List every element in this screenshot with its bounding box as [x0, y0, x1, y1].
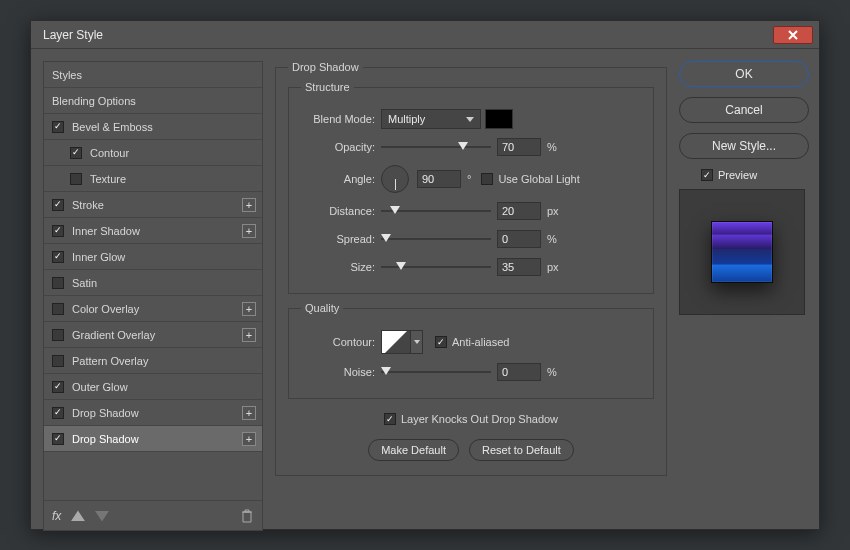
- blend-mode-select[interactable]: Multiply: [381, 109, 481, 129]
- opacity-label: Opacity:: [301, 141, 381, 153]
- contour-dropdown[interactable]: [411, 330, 423, 354]
- noise-slider[interactable]: [381, 365, 491, 379]
- size-input[interactable]: 35: [497, 258, 541, 276]
- checkbox-icon[interactable]: [70, 147, 82, 159]
- titlebar: Layer Style: [31, 21, 819, 49]
- quality-legend: Quality: [301, 302, 343, 314]
- checkbox-icon[interactable]: [52, 433, 64, 445]
- down-arrow-icon[interactable]: [95, 509, 109, 523]
- shadow-color-swatch[interactable]: [485, 109, 513, 129]
- quality-fieldset: Quality Contour: Anti-aliased Noise:: [288, 302, 654, 399]
- opacity-input[interactable]: 70: [497, 138, 541, 156]
- preview-label: Preview: [718, 169, 757, 181]
- blend-mode-label: Blend Mode:: [301, 113, 381, 125]
- panel-title: Drop Shadow: [288, 61, 363, 73]
- settings-panel: Drop Shadow Structure Blend Mode: Multip…: [275, 61, 667, 484]
- styles-header[interactable]: Styles: [44, 62, 262, 88]
- knockout-checkbox[interactable]: [384, 413, 396, 425]
- dialog-title: Layer Style: [43, 28, 773, 42]
- noise-input[interactable]: 0: [497, 363, 541, 381]
- style-item-gradient-overlay[interactable]: Gradient Overlay+: [44, 322, 262, 348]
- style-item-outer-glow[interactable]: Outer Glow: [44, 374, 262, 400]
- contour-label: Contour:: [301, 336, 381, 348]
- distance-slider[interactable]: [381, 204, 491, 218]
- checkbox-icon[interactable]: [52, 251, 64, 263]
- global-light-checkbox[interactable]: [481, 173, 493, 185]
- add-icon[interactable]: +: [242, 224, 256, 238]
- checkbox-icon[interactable]: [52, 121, 64, 133]
- size-slider[interactable]: [381, 260, 491, 274]
- preview-pane: [679, 189, 805, 315]
- style-item-stroke[interactable]: Stroke+: [44, 192, 262, 218]
- checkbox-icon[interactable]: [52, 277, 64, 289]
- structure-legend: Structure: [301, 81, 354, 93]
- checkbox-icon[interactable]: [52, 303, 64, 315]
- distance-input[interactable]: 20: [497, 202, 541, 220]
- style-item-satin[interactable]: Satin: [44, 270, 262, 296]
- checkbox-icon[interactable]: [52, 381, 64, 393]
- add-icon[interactable]: +: [242, 406, 256, 420]
- checkbox-icon[interactable]: [52, 329, 64, 341]
- spread-slider[interactable]: [381, 232, 491, 246]
- style-item-inner-shadow[interactable]: Inner Shadow+: [44, 218, 262, 244]
- styles-footer: fx: [44, 500, 262, 530]
- layer-style-dialog: Layer Style Styles Blending Options Beve…: [30, 20, 820, 530]
- add-icon[interactable]: +: [242, 328, 256, 342]
- checkbox-icon[interactable]: [52, 225, 64, 237]
- add-icon[interactable]: +: [242, 198, 256, 212]
- structure-fieldset: Structure Blend Mode: Multiply Opacity: …: [288, 81, 654, 294]
- angle-label: Angle:: [301, 173, 381, 185]
- checkbox-icon[interactable]: [52, 199, 64, 211]
- reset-default-button[interactable]: Reset to Default: [469, 439, 574, 461]
- style-item-contour[interactable]: Contour: [44, 140, 262, 166]
- style-item-color-overlay[interactable]: Color Overlay+: [44, 296, 262, 322]
- up-arrow-icon[interactable]: [71, 509, 85, 523]
- antialias-label: Anti-aliased: [452, 336, 509, 348]
- close-button[interactable]: [773, 26, 813, 44]
- global-light-label: Use Global Light: [498, 173, 579, 185]
- style-item-inner-glow[interactable]: Inner Glow: [44, 244, 262, 270]
- style-item-bevel[interactable]: Bevel & Emboss: [44, 114, 262, 140]
- style-item-pattern-overlay[interactable]: Pattern Overlay: [44, 348, 262, 374]
- angle-dial[interactable]: [381, 165, 409, 193]
- style-item-drop-shadow-1[interactable]: Drop Shadow+: [44, 400, 262, 426]
- knockout-label: Layer Knocks Out Drop Shadow: [401, 413, 558, 425]
- spread-input[interactable]: 0: [497, 230, 541, 248]
- angle-input[interactable]: 90: [417, 170, 461, 188]
- size-label: Size:: [301, 261, 381, 273]
- opacity-slider[interactable]: [381, 140, 491, 154]
- make-default-button[interactable]: Make Default: [368, 439, 459, 461]
- drop-shadow-fieldset: Drop Shadow Structure Blend Mode: Multip…: [275, 61, 667, 476]
- add-icon[interactable]: +: [242, 432, 256, 446]
- style-item-texture[interactable]: Texture: [44, 166, 262, 192]
- distance-label: Distance:: [301, 205, 381, 217]
- checkbox-icon[interactable]: [70, 173, 82, 185]
- noise-label: Noise:: [301, 366, 381, 378]
- preview-thumbnail: [711, 221, 773, 283]
- spread-label: Spread:: [301, 233, 381, 245]
- style-item-drop-shadow-2[interactable]: Drop Shadow+: [44, 426, 262, 452]
- antialias-checkbox[interactable]: [435, 336, 447, 348]
- new-style-button[interactable]: New Style...: [679, 133, 809, 159]
- preview-checkbox[interactable]: [701, 169, 713, 181]
- cancel-button[interactable]: Cancel: [679, 97, 809, 123]
- checkbox-icon[interactable]: [52, 407, 64, 419]
- styles-sidebar: Styles Blending Options Bevel & Emboss C…: [43, 61, 263, 531]
- blending-options-item[interactable]: Blending Options: [44, 88, 262, 114]
- right-column: OK Cancel New Style... Preview: [679, 61, 809, 315]
- trash-icon[interactable]: [240, 509, 254, 523]
- close-icon: [788, 30, 798, 40]
- checkbox-icon[interactable]: [52, 355, 64, 367]
- ok-button[interactable]: OK: [679, 61, 809, 87]
- fx-icon[interactable]: fx: [52, 509, 61, 523]
- contour-swatch[interactable]: [381, 330, 411, 354]
- add-icon[interactable]: +: [242, 302, 256, 316]
